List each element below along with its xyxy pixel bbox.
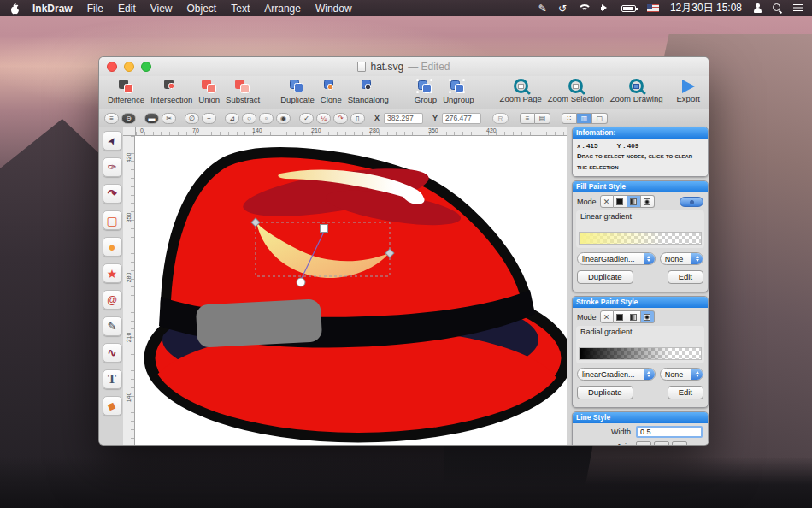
- freehand-tool-button[interactable]: ∿: [103, 343, 122, 363]
- rectangle-tool-button[interactable]: ▢: [103, 210, 122, 230]
- battery-icon[interactable]: [621, 5, 636, 12]
- line-segment-button[interactable]: ✓: [299, 113, 314, 124]
- delete-node-button[interactable]: ⊖: [121, 113, 136, 124]
- menu-arrange[interactable]: Arrange: [264, 3, 301, 15]
- symmetric-node-button[interactable]: ▫: [259, 113, 274, 124]
- menu-bar-clock[interactable]: 12月30日 15:08: [670, 1, 742, 15]
- close-button[interactable]: [107, 62, 117, 72]
- y-coordinate-field[interactable]: [442, 113, 481, 124]
- corner-node-button[interactable]: ⊿: [225, 113, 239, 124]
- fill-duplicate-button[interactable]: Duplicate: [577, 270, 633, 284]
- stroke-gradient-select[interactable]: linearGradien...: [577, 368, 656, 381]
- stroke-edit-button[interactable]: Edit: [668, 386, 703, 399]
- clone-button[interactable]: Clone: [321, 79, 342, 104]
- union-button[interactable]: Union: [198, 79, 220, 104]
- user-icon[interactable]: [753, 3, 762, 13]
- join-nodes-button[interactable]: ▬: [144, 113, 159, 124]
- fill-bucket-tool-button[interactable]: ◆: [103, 396, 122, 416]
- fill-gradient-preview[interactable]: [579, 232, 702, 245]
- show-handles-toggle[interactable]: ≡: [520, 113, 535, 124]
- stroke-mode-linear-gradient[interactable]: [627, 310, 641, 323]
- zoom-button[interactable]: [141, 62, 151, 72]
- move-nodes-toggle[interactable]: ∷: [562, 113, 577, 124]
- fill-gradient-select-stepper[interactable]: [644, 253, 655, 264]
- show-outline-toggle[interactable]: ▤: [535, 113, 550, 124]
- menu-file[interactable]: File: [87, 3, 103, 15]
- time-machine-icon[interactable]: ↺: [558, 3, 567, 15]
- fill-mode-none[interactable]: ✕: [600, 195, 614, 208]
- fill-color-swatch-button[interactable]: [680, 197, 703, 207]
- notes-icon[interactable]: ✎: [538, 3, 547, 15]
- fill-repeat-select-stepper[interactable]: [691, 253, 703, 264]
- fill-repeat-select[interactable]: None: [660, 252, 703, 265]
- duplicate-button[interactable]: Duplicate: [280, 79, 315, 104]
- stroke-gradient-select-stepper[interactable]: [644, 369, 655, 380]
- gradient-end-handle[interactable]: [297, 278, 305, 286]
- flatten-button[interactable]: ▯: [350, 113, 365, 124]
- menu-edit[interactable]: Edit: [118, 3, 136, 15]
- input-language-flag-icon[interactable]: [647, 4, 659, 12]
- stroke-repeat-select-stepper[interactable]: [691, 369, 703, 380]
- break-nodes-button[interactable]: ✂: [162, 113, 176, 124]
- fill-mode-linear-gradient[interactable]: [627, 195, 641, 208]
- stroke-repeat-select[interactable]: None: [660, 368, 703, 381]
- group-button[interactable]: Group: [415, 79, 437, 104]
- window-titlebar[interactable]: hat.svg — Edited: [99, 57, 709, 76]
- spiral-tool-button[interactable]: @: [103, 290, 122, 310]
- apple-menu-icon[interactable]: [9, 3, 19, 15]
- relative-coords-button[interactable]: R: [492, 113, 509, 124]
- fill-mode-radial-gradient[interactable]: [641, 195, 655, 208]
- spotlight-search-icon[interactable]: [773, 3, 782, 13]
- menu-app-name[interactable]: InkDraw: [32, 3, 73, 15]
- insert-node-button[interactable]: ≡: [104, 113, 119, 124]
- join-segment-button[interactable]: ∅: [185, 113, 199, 124]
- bezier-tool-button[interactable]: ↷: [103, 184, 122, 204]
- x-coordinate-field[interactable]: [384, 113, 423, 124]
- menu-object[interactable]: Object: [187, 3, 217, 15]
- menu-window[interactable]: Window: [315, 3, 352, 15]
- substract-button[interactable]: Substract: [226, 79, 260, 104]
- line-width-input[interactable]: [636, 426, 703, 438]
- node-edit-tool-button[interactable]: ✑: [103, 157, 122, 177]
- bounding-box-toggle[interactable]: ▢: [592, 113, 608, 124]
- delete-segment-button[interactable]: −: [202, 113, 216, 124]
- stroke-mode-flat[interactable]: [614, 310, 627, 323]
- calligraphy-tool-button[interactable]: ✎: [103, 316, 122, 336]
- join-miter-button[interactable]: [636, 441, 651, 446]
- grid-view-toggle[interactable]: ▥: [577, 113, 592, 124]
- ungroup-button[interactable]: Ungroup: [443, 79, 474, 104]
- standalong-button[interactable]: Standalong: [348, 79, 389, 104]
- volume-icon[interactable]: [601, 4, 610, 12]
- stroke-duplicate-button[interactable]: Duplicate: [577, 386, 633, 399]
- fill-mode-flat[interactable]: [614, 195, 627, 208]
- select-tool-button[interactable]: ➤: [103, 131, 122, 151]
- zoom-selection-button[interactable]: Zoom Selection: [548, 79, 604, 103]
- stroke-mode-none[interactable]: ✕: [600, 310, 614, 323]
- smooth-node-button[interactable]: ○: [242, 113, 256, 124]
- menu-view[interactable]: View: [150, 3, 173, 15]
- difference-button[interactable]: Difference: [108, 79, 144, 104]
- export-button[interactable]: Export: [677, 79, 700, 103]
- stroke-gradient-preview[interactable]: [579, 347, 702, 360]
- intersection-button[interactable]: Intersection: [150, 79, 192, 104]
- star-tool-button[interactable]: ★: [103, 263, 122, 283]
- join-bevel-button[interactable]: [672, 441, 687, 446]
- drawing-canvas[interactable]: [135, 136, 567, 446]
- gradient-start-handle[interactable]: [321, 225, 328, 233]
- text-tool-button[interactable]: T: [103, 369, 122, 389]
- join-round-button[interactable]: [654, 441, 669, 446]
- auto-node-button[interactable]: ◉: [276, 113, 291, 124]
- zoom-drawing-button[interactable]: Zoom Drawing: [610, 79, 663, 103]
- notification-center-icon[interactable]: [793, 4, 803, 12]
- wifi-icon[interactable]: [578, 4, 590, 13]
- band-highlight: [196, 298, 322, 348]
- fill-edit-button[interactable]: Edit: [668, 270, 703, 284]
- ellipse-tool-button[interactable]: ●: [103, 237, 122, 257]
- zoom-page-button[interactable]: Zoom Page: [500, 79, 542, 103]
- minimize-button[interactable]: [124, 62, 134, 72]
- object-to-path-button[interactable]: ↷: [333, 113, 348, 124]
- stroke-mode-radial-gradient[interactable]: [641, 310, 655, 323]
- fill-gradient-select[interactable]: linearGradien...: [577, 252, 656, 265]
- curve-segment-button[interactable]: ¼: [316, 113, 331, 124]
- menu-text[interactable]: Text: [231, 3, 250, 15]
